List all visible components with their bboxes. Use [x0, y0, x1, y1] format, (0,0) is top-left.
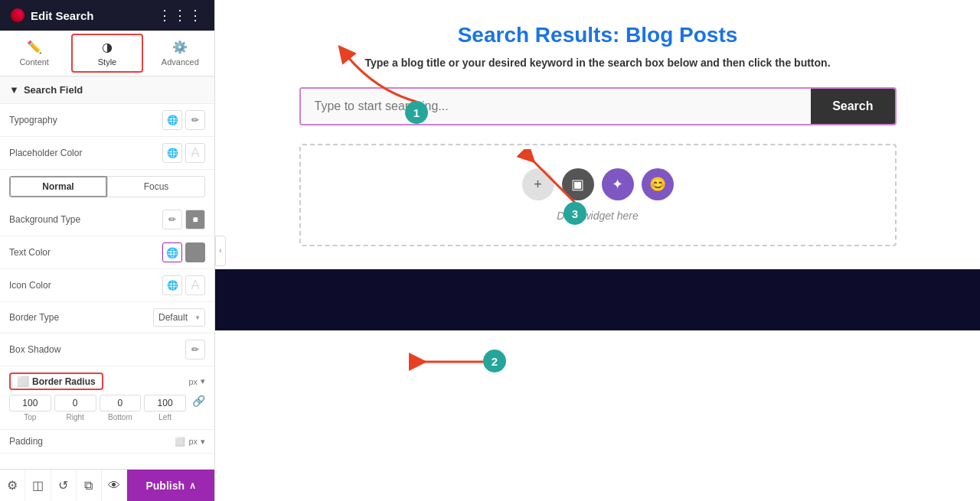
grid-icon[interactable]: ⋮⋮⋮ [158, 7, 204, 24]
icon-color-label: Icon Color [9, 280, 51, 291]
search-button[interactable]: Search [811, 89, 894, 124]
advanced-icon: ⚙️ [172, 40, 188, 54]
text-color-row: Text Color 🌐 [0, 236, 214, 269]
canvas-area: ‹ Search Results: Blog Posts Type a blog… [215, 0, 980, 501]
border-radius-icon: ⬜ [17, 376, 29, 387]
search-box-wrapper: Search [299, 87, 897, 125]
drag-icons: + ▣ ✦ 😊 [522, 168, 674, 200]
add-widget-btn[interactable]: + [522, 168, 554, 200]
icon-color-globe-btn[interactable]: 🌐 [162, 275, 182, 295]
br-top-group: 100 Top [9, 395, 51, 421]
arrow-svg-2 [395, 339, 502, 385]
typography-pencil-btn[interactable]: ✏ [185, 110, 205, 130]
bottom-toolbar: ⚙ ◫ ↺ ⧉ 👁 Publish ∧ [0, 469, 214, 501]
left-panel: Edit Search ⋮⋮⋮ ✏️ Content ◑ Style ⚙️ Ad… [0, 0, 215, 501]
br-right-input[interactable]: 0 [54, 395, 96, 412]
page-title: Search Results: Blog Posts [246, 23, 949, 47]
settings-tool-btn[interactable]: ⚙ [0, 470, 25, 502]
placeholder-strikethrough-btn[interactable]: A [185, 143, 205, 163]
br-top-label: Top [24, 413, 36, 421]
icon-color-strikethrough-btn[interactable]: A [185, 275, 205, 295]
border-radius-label: ⬜ Border Radius [9, 372, 103, 390]
publish-label: Publish [145, 480, 185, 492]
layers-tool-btn[interactable]: ◫ [25, 470, 51, 502]
padding-unit: ⬜ px ▾ [175, 437, 205, 447]
border-radius-section: ⬜ Border Radius px ▾ 100 Top 0 R [0, 366, 214, 430]
padding-icon: ⬜ [175, 437, 185, 447]
typography-globe-btn[interactable]: 🌐 [162, 110, 182, 130]
br-left-input[interactable]: 100 [144, 395, 186, 412]
border-radius-unit: px ▾ [188, 376, 205, 386]
br-bottom-label: Bottom [108, 413, 132, 421]
br-right-label: Right [66, 413, 83, 421]
drag-text: Drag widget here [557, 210, 639, 222]
emoji-btn[interactable]: 😊 [642, 168, 674, 200]
typography-label: Typography [9, 115, 57, 125]
tab-advanced[interactable]: ⚙️ Advanced [146, 31, 214, 76]
tabs-row: ✏️ Content ◑ Style ⚙️ Advanced [0, 31, 214, 76]
padding-chevron-icon[interactable]: ▾ [201, 437, 205, 447]
text-color-swatch-btn[interactable] [185, 242, 205, 262]
placeholder-color-controls: 🌐 A [162, 143, 205, 163]
text-color-label: Text Color [9, 247, 51, 258]
border-type-row: Border Type Default None Solid Dashed [0, 302, 214, 333]
panel-header: Edit Search ⋮⋮⋮ [0, 0, 214, 31]
br-right-group: 0 Right [54, 395, 96, 421]
box-shadow-pencil-btn[interactable]: ✏ [185, 340, 205, 359]
br-left-group: 100 Left [144, 395, 186, 421]
background-type-label: Background Type [9, 214, 80, 225]
tab-style[interactable]: ◑ Style [71, 34, 142, 73]
box-shadow-controls: ✏ [185, 340, 205, 359]
preview-tool-btn[interactable]: 👁 [102, 470, 127, 502]
text-color-controls: 🌐 [162, 242, 205, 262]
annotation-badge-2: 2 [483, 350, 506, 372]
bottom-tools: ⚙ ◫ ↺ ⧉ 👁 [0, 470, 127, 502]
br-bottom-input[interactable]: 0 [100, 395, 142, 412]
br-left-label: Left [158, 413, 172, 421]
placeholder-color-label: Placeholder Color [9, 148, 82, 158]
icon-color-row: Icon Color 🌐 A [0, 269, 214, 302]
publish-button[interactable]: Publish ∧ [127, 470, 214, 502]
border-type-controls: Default None Solid Dashed [153, 308, 205, 327]
history-tool-btn[interactable]: ↺ [51, 470, 77, 502]
background-type-controls: ✏ ■ [162, 210, 205, 229]
chevron-down-icon: ▼ [9, 84, 19, 96]
link-icon[interactable]: 🔗 [192, 395, 205, 421]
border-radius-header: ⬜ Border Radius px ▾ [9, 372, 205, 390]
bg-pencil-btn[interactable]: ✏ [162, 210, 182, 229]
dark-footer [215, 269, 980, 330]
bg-square-btn[interactable]: ■ [185, 210, 205, 229]
tab-content[interactable]: ✏️ Content [0, 31, 68, 76]
border-type-select[interactable]: Default None Solid Dashed [153, 308, 205, 327]
br-top-input[interactable]: 100 [9, 395, 51, 412]
content-icon: ✏️ [27, 40, 42, 54]
folder-btn[interactable]: ▣ [562, 168, 594, 200]
publish-chevron-icon: ∧ [189, 480, 196, 491]
collapse-panel-btn[interactable]: ‹ [215, 236, 226, 266]
placeholder-color-row: Placeholder Color 🌐 A [0, 137, 214, 170]
placeholder-globe-btn[interactable]: 🌐 [162, 143, 182, 163]
normal-btn[interactable]: Normal [9, 176, 107, 197]
spark-btn[interactable]: ✦ [602, 168, 634, 200]
page-content: Search Results: Blog Posts Type a blog t… [215, 0, 980, 269]
text-color-globe-btn[interactable]: 🌐 [162, 242, 182, 262]
typography-row: Typography 🌐 ✏ [0, 104, 214, 137]
border-type-label: Border Type [9, 312, 59, 323]
focus-btn[interactable]: Focus [107, 176, 205, 197]
wix-logo [11, 8, 24, 22]
unit-chevron-icon[interactable]: ▾ [201, 376, 205, 386]
panel-title: Edit Search [31, 9, 94, 22]
page-description: Type a blog title or your desired keywor… [330, 57, 866, 69]
search-input[interactable] [301, 89, 812, 124]
annotation-arrow-2: 2 [395, 339, 502, 388]
search-field-section[interactable]: ▼ Search Field [0, 76, 214, 104]
normal-focus-toggle: Normal Focus [9, 176, 205, 197]
duplicate-tool-btn[interactable]: ⧉ [77, 470, 102, 502]
box-shadow-label: Box Shadow [9, 344, 60, 355]
br-bottom-group: 0 Bottom [100, 395, 142, 421]
icon-color-controls: 🌐 A [162, 275, 205, 295]
padding-row: Padding ⬜ px ▾ [0, 430, 214, 454]
background-type-row: Background Type ✏ ■ [0, 203, 214, 236]
canvas-inner: ‹ Search Results: Blog Posts Type a blog… [215, 0, 980, 501]
typography-controls: 🌐 ✏ [162, 110, 205, 130]
